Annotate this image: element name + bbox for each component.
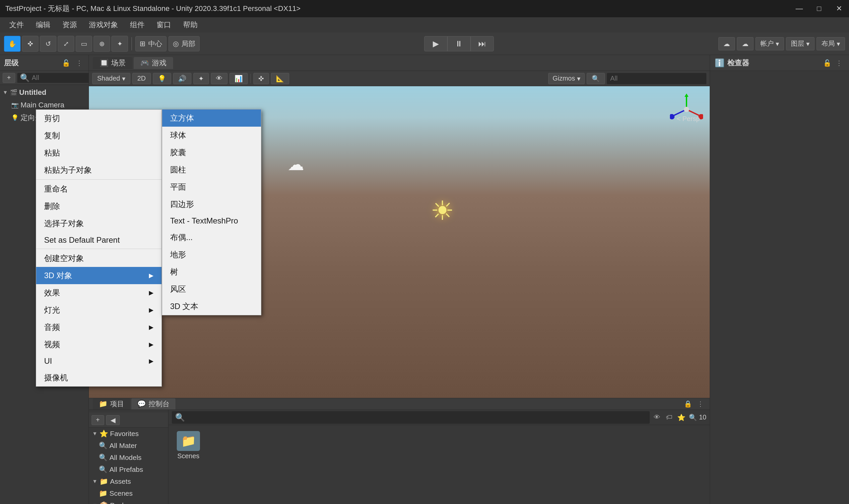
sub-terrain[interactable]: 地形 [162, 246, 261, 263]
sub-capsule[interactable]: 胶囊 [162, 144, 261, 161]
ctx-audio[interactable]: 音频 ▶ [36, 319, 162, 336]
scene-search-input[interactable] [610, 75, 703, 82]
gizmos-btn[interactable]: Gizmos ▾ [548, 73, 585, 84]
project-tag-btn[interactable]: 🏷 [665, 412, 674, 423]
light-toggle[interactable]: 💡 [153, 73, 171, 84]
tab-project[interactable]: 📁 项目 [93, 398, 130, 410]
project-lock[interactable]: 🔒 [683, 399, 693, 409]
orientation-gizmo[interactable]: Y X Z < Persp [670, 93, 703, 126]
ctx-delete[interactable]: 删除 [36, 198, 162, 215]
tree-item-allprefabs[interactable]: 🔍 All Prefabs [89, 464, 168, 475]
ctx-paste[interactable]: 粘贴 [36, 144, 162, 161]
play-controls: ▶ ⏸ ⏭ [424, 36, 494, 51]
tab-console[interactable]: 💬 控制台 [131, 398, 176, 410]
stats-btn[interactable]: 📊 [230, 73, 248, 84]
tree-item-assets[interactable]: ▼ 📁 Assets [89, 475, 168, 487]
2d-btn[interactable]: 2D [132, 73, 151, 84]
ctx-copy[interactable]: 复制 [36, 127, 162, 144]
project-search-input[interactable] [188, 413, 646, 421]
tool-custom[interactable]: ✦ [111, 36, 128, 52]
project-star-btn[interactable]: ⭐ [676, 412, 686, 423]
snap-btn[interactable]: 📐 [271, 73, 289, 84]
hierarchy-lock[interactable]: 🔓 [61, 58, 71, 68]
project-view-btn[interactable]: 👁 [652, 412, 662, 423]
sub-windzone[interactable]: 风区 [162, 281, 261, 298]
tree-item-allmodels[interactable]: 🔍 All Models [89, 452, 168, 464]
sub-ragdoll[interactable]: 布偶... [162, 229, 261, 246]
maximize-button[interactable]: □ [809, 0, 829, 17]
center-text: 中心 [148, 39, 162, 49]
sub-tree[interactable]: 树 [162, 263, 261, 281]
menu-window[interactable]: 窗口 [151, 19, 177, 31]
tab-game[interactable]: 🎮 游戏 [134, 57, 173, 69]
move-tool-sv[interactable]: ✜ [253, 73, 269, 84]
sub-plane[interactable]: 平面 [162, 178, 261, 196]
menu-help[interactable]: 帮助 [178, 19, 203, 31]
effects-toggle[interactable]: ✦ [193, 73, 209, 84]
project-back[interactable]: ◀ [106, 415, 120, 425]
sub-3dtext[interactable]: 3D 文本 [162, 298, 261, 315]
inspector-more[interactable]: ⋮ [834, 58, 844, 68]
tool-transform[interactable]: ⊕ [93, 36, 110, 52]
layers-button[interactable]: 图层 ▾ [786, 37, 814, 50]
play-button[interactable]: ▶ [424, 36, 447, 51]
ctx-lights[interactable]: 灯光 ▶ [36, 301, 162, 319]
svg-text:Y: Y [685, 93, 689, 94]
close-button[interactable]: ✕ [829, 0, 849, 17]
sub-cube[interactable]: 立方体 [162, 109, 261, 127]
ctx-select-children[interactable]: 选择子对象 [36, 215, 162, 232]
project-more[interactable]: ⋮ [695, 399, 706, 409]
layout-button[interactable]: 布局 ▾ [816, 37, 845, 50]
tool-rect[interactable]: ▭ [76, 36, 92, 52]
center-dropdown[interactable]: ⊞ 中心 [135, 36, 166, 51]
local-dropdown[interactable]: ◎ 局部 [168, 36, 200, 51]
shading-btn[interactable]: Shaded ▾ [92, 73, 130, 84]
tool-rotate[interactable]: ↺ [40, 36, 56, 52]
tree-item-allmater[interactable]: 🔍 All Mater [89, 440, 168, 452]
menu-gameobject[interactable]: 游戏对象 [84, 19, 123, 31]
inspector-lock[interactable]: 🔓 [822, 58, 832, 68]
menu-component[interactable]: 组件 [125, 19, 150, 31]
tree-item-favorites[interactable]: ▼ ⭐ Favorites [89, 428, 168, 440]
center-label: ⊞ [140, 40, 146, 48]
ctx-camera[interactable]: 摄像机 [36, 369, 162, 386]
cloud-button[interactable]: ☁ [737, 37, 754, 50]
menu-file[interactable]: 文件 [4, 19, 29, 31]
sub-sphere[interactable]: 球体 [162, 127, 261, 144]
game-tab-label: 游戏 [152, 58, 166, 68]
ctx-paste-child[interactable]: 粘贴为子对象 [36, 161, 162, 179]
hierarchy-more[interactable]: ⋮ [74, 58, 85, 68]
tool-scale[interactable]: ⤢ [58, 36, 74, 52]
hierarchy-add[interactable]: + [3, 73, 15, 83]
ctx-ui[interactable]: UI ▶ [36, 353, 162, 369]
sub-cylinder[interactable]: 圆柱 [162, 161, 261, 178]
menu-edit[interactable]: 编辑 [31, 19, 56, 31]
tree-item-scenes[interactable]: 📁 Scenes [89, 487, 168, 499]
ctx-rename[interactable]: 重命名 [36, 180, 162, 198]
account-button[interactable]: 帐户 ▾ [756, 37, 784, 50]
ctx-create-empty[interactable]: 创建空对象 [36, 250, 162, 267]
sub-quad[interactable]: 四边形 [162, 196, 261, 213]
fav-label: Favorites [110, 430, 139, 438]
ctx-3d-objects[interactable]: 3D 对象 ▶ [36, 267, 162, 284]
hierarchy-toolbar: + 🔍 [0, 71, 89, 85]
hidden-toggle[interactable]: 👁 [211, 73, 228, 84]
tool-hand[interactable]: ✋ [4, 36, 21, 52]
step-button[interactable]: ⏭ [471, 36, 494, 51]
tool-move[interactable]: ✜ [22, 36, 38, 52]
tree-item-packages[interactable]: ▼ 📦 Packages [89, 499, 168, 504]
audio-toggle[interactable]: 🔊 [173, 73, 191, 84]
minimize-button[interactable]: — [789, 0, 809, 17]
ctx-default-parent[interactable]: Set as Default Parent [36, 232, 162, 248]
collab-button[interactable]: ☁ [718, 37, 735, 50]
hierarchy-item-untitled[interactable]: ▼ 🎬 Untitled [0, 86, 89, 99]
ctx-effects[interactable]: 效果 ▶ [36, 284, 162, 301]
menu-assets[interactable]: 资源 [57, 19, 82, 31]
pause-button[interactable]: ⏸ [447, 36, 471, 51]
sub-textmeshpro[interactable]: Text - TextMeshPro [162, 213, 261, 229]
tab-scene[interactable]: 🔲 场景 [93, 57, 132, 69]
ctx-cut[interactable]: 剪切 [36, 110, 162, 127]
project-add[interactable]: + [92, 415, 104, 425]
ctx-video[interactable]: 视频 ▶ [36, 336, 162, 353]
folder-item-scenes[interactable]: 📁 Scenes [172, 428, 205, 463]
